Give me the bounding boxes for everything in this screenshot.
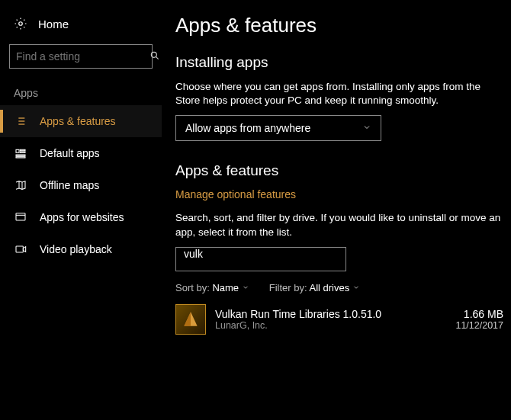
installing-apps-desc: Choose where you can get apps from. Inst… bbox=[175, 80, 503, 107]
svg-point-0 bbox=[19, 22, 23, 26]
app-info: Vulkan Run Time Libraries 1.0.51.0 Lunar… bbox=[215, 308, 446, 331]
svg-rect-11 bbox=[20, 152, 25, 152]
search-icon bbox=[149, 50, 160, 63]
app-size: 1.66 MB bbox=[455, 308, 503, 320]
app-search-box[interactable] bbox=[175, 247, 346, 271]
video-icon bbox=[14, 242, 27, 256]
apps-list-desc: Search, sort, and filter by drive. If yo… bbox=[175, 211, 503, 239]
svg-rect-16 bbox=[16, 213, 25, 220]
sort-by-button[interactable]: Sort by: Name bbox=[175, 282, 249, 293]
sort-value: Name bbox=[212, 282, 239, 293]
link-icon bbox=[14, 210, 27, 224]
filter-value: All drives bbox=[309, 282, 349, 293]
app-name: Vulkan Run Time Libraries 1.0.51.0 bbox=[215, 308, 446, 320]
home-button[interactable]: Home bbox=[0, 14, 162, 44]
install-source-value: Allow apps from anywhere bbox=[185, 122, 310, 134]
installing-apps-heading: Installing apps bbox=[175, 54, 503, 71]
sidebar-item-apps-features[interactable]: Apps & features bbox=[0, 105, 162, 137]
sidebar-item-default-apps[interactable]: Default apps bbox=[0, 137, 162, 169]
sort-filter-row: Sort by: Name Filter by: All drives bbox=[175, 282, 503, 293]
sidebar-item-video-playback[interactable]: Video playback bbox=[0, 233, 162, 265]
app-publisher: LunarG, Inc. bbox=[215, 320, 446, 331]
filter-label: Filter by: bbox=[269, 282, 307, 293]
sidebar-item-label: Video playback bbox=[40, 243, 112, 255]
chevron-down-icon bbox=[352, 282, 360, 293]
sidebar-item-apps-websites[interactable]: Apps for websites bbox=[0, 201, 162, 233]
svg-rect-12 bbox=[16, 155, 25, 155]
list-icon bbox=[14, 114, 27, 128]
chevron-down-icon bbox=[362, 123, 371, 134]
sidebar-item-label: Offline maps bbox=[40, 179, 99, 191]
svg-marker-21 bbox=[184, 312, 191, 325]
category-label: Apps bbox=[0, 87, 162, 105]
sidebar-item-label: Apps for websites bbox=[40, 211, 124, 223]
app-search-input[interactable] bbox=[184, 248, 338, 260]
sidebar-item-offline-maps[interactable]: Offline maps bbox=[0, 169, 162, 201]
map-icon bbox=[14, 178, 27, 192]
svg-point-1 bbox=[151, 52, 156, 57]
svg-rect-18 bbox=[16, 246, 23, 252]
manage-optional-features-link[interactable]: Manage optional features bbox=[175, 188, 296, 200]
svg-rect-10 bbox=[20, 149, 25, 150]
app-date: 11/12/2017 bbox=[455, 320, 503, 331]
app-icon bbox=[175, 304, 206, 335]
install-source-dropdown[interactable]: Allow apps from anywhere bbox=[175, 115, 381, 141]
sidebar: Home Apps Apps & features Default apps O… bbox=[0, 0, 162, 420]
svg-rect-9 bbox=[16, 149, 19, 152]
app-list-item[interactable]: Vulkan Run Time Libraries 1.0.51.0 Lunar… bbox=[175, 304, 503, 335]
sidebar-item-label: Default apps bbox=[40, 147, 100, 159]
app-meta: 1.66 MB 11/12/2017 bbox=[455, 308, 503, 331]
svg-rect-13 bbox=[16, 157, 25, 158]
chevron-down-icon bbox=[242, 282, 249, 293]
sort-label: Sort by: bbox=[175, 282, 210, 293]
gear-icon bbox=[14, 17, 27, 30]
apps-list-heading: Apps & features bbox=[175, 162, 503, 179]
page-title: Apps & features bbox=[175, 14, 503, 37]
defaults-icon bbox=[14, 146, 27, 160]
home-label: Home bbox=[38, 18, 69, 30]
main-panel: Apps & features Installing apps Choose w… bbox=[162, 0, 511, 420]
svg-line-2 bbox=[156, 56, 158, 59]
find-setting-search[interactable] bbox=[9, 44, 153, 69]
filter-by-button[interactable]: Filter by: All drives bbox=[269, 282, 360, 293]
find-setting-input[interactable] bbox=[16, 50, 149, 63]
sidebar-item-label: Apps & features bbox=[40, 115, 116, 127]
